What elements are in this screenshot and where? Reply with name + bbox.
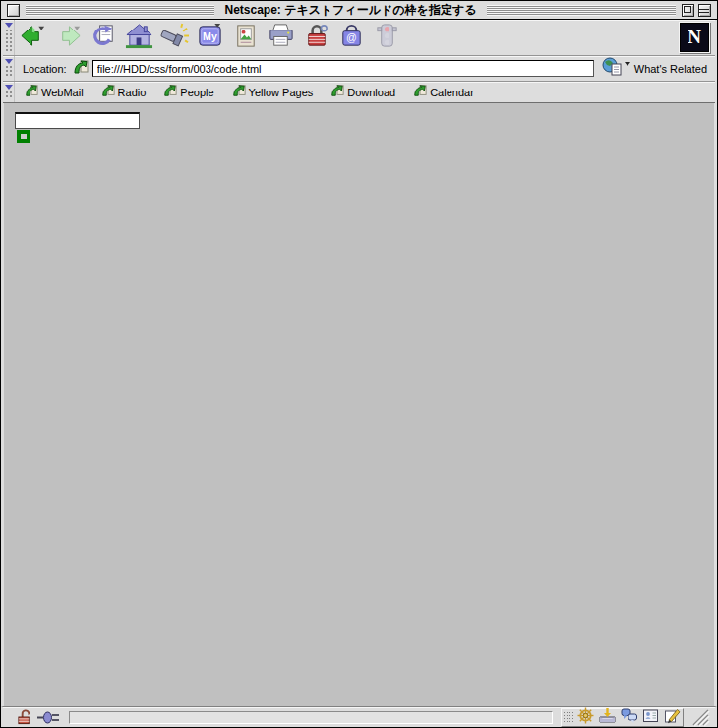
stop-icon	[373, 22, 401, 53]
my-netscape-button[interactable]: My	[193, 22, 226, 53]
chevron-down-icon	[5, 59, 13, 64]
whats-related-button[interactable]: What's Related	[602, 57, 707, 80]
reload-button[interactable]	[87, 22, 120, 53]
bookmark-icon	[163, 84, 180, 101]
personal-toolbar-item-radio[interactable]: Radio	[101, 84, 147, 101]
bookmark-icon	[330, 84, 347, 101]
component-bar	[561, 708, 684, 727]
svg-text:@: @	[346, 31, 357, 43]
personal-toolbar-item-label: WebMail	[41, 87, 84, 98]
personal-toolbar-item-people[interactable]: People	[163, 84, 213, 101]
personal-toolbar-item-label: Download	[347, 87, 395, 98]
shop-button[interactable]: @	[334, 22, 368, 53]
mailbox-icon	[599, 707, 616, 728]
bookmark-icon	[25, 84, 41, 101]
toolbar-collapse-tab[interactable]	[3, 82, 15, 102]
personal-toolbar-item-label: Calendar	[430, 87, 474, 98]
toolbar-grip	[5, 29, 12, 52]
browser-chrome: My @	[1, 20, 717, 103]
whats-related-label: What's Related	[634, 63, 707, 75]
title-bar[interactable]: Netscape: テキストフィールドの枠を指定する	[1, 1, 717, 20]
location-toolbar: Location: What's Related	[3, 56, 715, 82]
online-plug-icon[interactable]	[37, 711, 61, 724]
netscape-logo[interactable]: N	[680, 23, 709, 52]
globe-document-icon	[602, 57, 624, 80]
green-bordered-text-field[interactable]	[17, 130, 30, 143]
personal-toolbar-item-yellow-pages[interactable]: Yellow Pages	[232, 84, 314, 101]
whats-related-dropdown-icon	[625, 62, 630, 66]
images-button[interactable]	[228, 22, 262, 53]
forward-button[interactable]	[51, 22, 85, 53]
personal-toolbar-item-label: People	[180, 87, 213, 98]
composer-pen-icon	[664, 707, 681, 728]
netscape-browser-window: Netscape: テキストフィールドの枠を指定する	[0, 0, 718, 728]
search-button[interactable]	[157, 22, 191, 53]
security-icon	[302, 22, 330, 53]
address-book-component-button[interactable]	[639, 709, 661, 726]
status-bar	[1, 706, 717, 727]
titlebar-stripes	[487, 5, 676, 16]
reload-icon	[90, 22, 118, 53]
address-book-icon	[642, 707, 659, 728]
stop-button[interactable]	[370, 22, 403, 53]
print-icon	[267, 22, 295, 53]
page-text-field[interactable]	[15, 112, 140, 129]
personal-toolbar-item-download[interactable]: Download	[330, 84, 395, 101]
shop-icon: @	[337, 22, 366, 53]
window-resize-grip[interactable]	[689, 708, 711, 727]
security-open-lock-icon[interactable]	[17, 709, 33, 725]
personal-toolbar-item-label: Yellow Pages	[249, 87, 314, 98]
security-button[interactable]	[299, 22, 332, 53]
back-icon	[19, 22, 47, 53]
personal-toolbar-item-webmail[interactable]: WebMail	[25, 84, 84, 101]
composer-component-button[interactable]	[661, 709, 683, 726]
close-window-button[interactable]	[7, 4, 20, 17]
personal-toolbar-item-calendar[interactable]: Calendar	[413, 84, 474, 101]
home-button[interactable]	[122, 22, 155, 53]
home-icon	[125, 22, 153, 53]
chevron-down-icon	[5, 23, 13, 28]
collapse-window-button[interactable]	[698, 4, 711, 17]
window-title: Netscape: テキストフィールドの枠を指定する	[220, 2, 480, 19]
chevron-down-icon	[5, 85, 13, 90]
personal-toolbar: WebMail Radio People Yellow Pages Downlo…	[3, 82, 715, 103]
zoom-window-button[interactable]	[682, 4, 694, 17]
search-icon	[160, 22, 189, 53]
page-content	[1, 103, 717, 706]
location-label: Location:	[23, 63, 67, 75]
mailbox-component-button[interactable]	[596, 709, 618, 726]
forward-icon	[54, 22, 83, 53]
personal-toolbar-item-label: Radio	[118, 87, 147, 98]
location-url-input[interactable]	[92, 60, 594, 77]
toolbar-collapse-tab[interactable]	[3, 20, 15, 55]
bookmark-icon	[413, 84, 430, 101]
back-button[interactable]	[16, 22, 49, 53]
navigator-component-button[interactable]	[574, 709, 596, 726]
bookmark-icon[interactable]	[73, 59, 89, 79]
bookmark-icon	[232, 84, 249, 101]
discussions-component-button[interactable]	[618, 709, 639, 726]
titlebar-stripes	[26, 5, 214, 16]
bookmark-icon	[101, 84, 118, 101]
navigation-toolbar: My @	[3, 20, 715, 56]
speech-bubbles-icon	[621, 707, 637, 728]
toolbar-collapse-tab[interactable]	[3, 56, 15, 81]
images-icon	[231, 22, 260, 53]
print-button[interactable]	[264, 22, 297, 53]
toolbar-grip	[5, 91, 12, 99]
my-netscape-icon: My	[196, 22, 224, 53]
component-bar-drag-handle[interactable]	[563, 711, 573, 724]
navigator-wheel-icon	[577, 707, 594, 728]
status-message-field	[69, 711, 553, 724]
toolbar-grip	[5, 65, 12, 78]
svg-text:My: My	[203, 30, 217, 42]
